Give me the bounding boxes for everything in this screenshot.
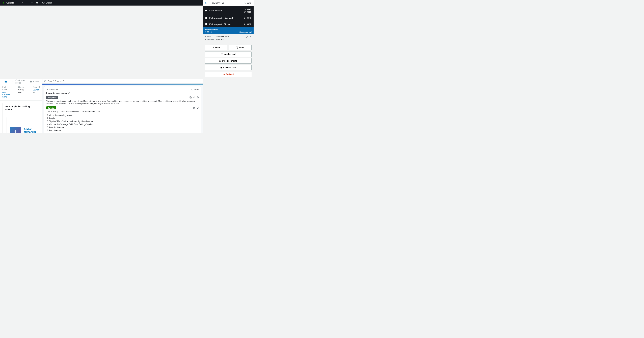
svg-point-17 (221, 55, 221, 55)
step: Log in (49, 117, 199, 120)
tab-label: Cases (33, 80, 40, 83)
card-title: Add an authorized user (24, 128, 39, 133)
full-name-label: Full name (2, 86, 10, 91)
plus-icon (10, 127, 21, 133)
quick-label: Quick connects (222, 60, 237, 62)
q-solution-intro: This is how you can Lock and Unlock a cu… (46, 110, 199, 113)
pause-icon (244, 23, 246, 25)
numpad-button[interactable]: Number pad (204, 52, 252, 57)
svg-rect-22 (33, 92, 34, 93)
create-task-button[interactable]: Create a task (204, 65, 252, 70)
svg-rect-7 (245, 24, 245, 25)
connected-status: Connected call (239, 31, 252, 33)
case-id-link[interactable]: 1234567 (33, 89, 40, 91)
contact-item[interactable]: Follow up with Nikki Wolf 06:43 (202, 15, 254, 21)
clock-icon (191, 89, 193, 91)
task-label: Create a task (224, 67, 236, 69)
case-id-label: Case ID (33, 86, 41, 88)
response-badge: Response (46, 96, 58, 99)
full-name-link[interactable]: Ana Carolina Silva (2, 91, 10, 98)
briefcase-icon (220, 67, 222, 69)
globe-icon (42, 2, 44, 4)
tab-cases[interactable]: Cases (27, 79, 42, 84)
thumbs-up-icon[interactable] (196, 107, 199, 109)
pause-icon (212, 47, 214, 49)
copy-icon[interactable] (190, 96, 192, 99)
svg-point-13 (222, 53, 222, 54)
svg-point-12 (222, 53, 222, 54)
thumbs-down-icon[interactable] (193, 96, 195, 99)
queue-label: Queue (18, 86, 24, 88)
suggestion-card[interactable]: Add an authorized user (6, 117, 42, 133)
why-calling-heading: Ana might be calling about... (2, 103, 40, 113)
contact-item[interactable]: Sofía Martínez 06:43 02:10 (202, 6, 254, 15)
clock-icon (244, 9, 246, 10)
thumbs-up-icon[interactable] (196, 96, 199, 99)
svg-rect-29 (190, 97, 192, 98)
status-label: Available (6, 2, 14, 4)
clock-icon (204, 31, 206, 33)
mute-button[interactable]: Mute (229, 45, 252, 50)
hold-label: Hold (215, 46, 220, 49)
svg-point-26 (44, 80, 46, 82)
tab-customer-profile[interactable]: Customer profile (10, 79, 27, 84)
connected-timer: 00:10 (207, 31, 212, 33)
connected-call-bar: +19155550199 00:10 Connected call (202, 27, 254, 34)
language-label: English (46, 2, 52, 4)
contact-item[interactable]: +19145550199 00:10 (202, 0, 254, 6)
plus-icon[interactable]: ＋ (31, 1, 33, 5)
briefcase-icon (30, 80, 32, 83)
hold-button[interactable]: Hold (204, 45, 228, 50)
thumbs-down-icon[interactable] (193, 107, 195, 109)
search-icon (44, 80, 46, 82)
voice-id-value: Authenticated (216, 36, 228, 38)
svg-point-11 (221, 53, 221, 54)
user-icon (46, 89, 48, 91)
end-call-button[interactable]: End call (204, 72, 252, 77)
svg-point-20 (220, 61, 220, 61)
task-icon (205, 17, 208, 19)
svg-point-18 (222, 55, 222, 55)
amazon-q-search-input[interactable] (48, 80, 198, 82)
contact-label: Follow up with Richard (209, 23, 231, 26)
fraud-value: Low risk (216, 39, 224, 41)
quick-connects-button[interactable]: Quick connects (204, 58, 252, 64)
svg-point-16 (222, 54, 222, 54)
user-icon (12, 80, 14, 83)
contact-item[interactable]: Follow up with Richard 08:12 (202, 21, 254, 27)
status-dot-icon (3, 2, 4, 4)
svg-point-15 (222, 54, 222, 54)
tab-label: Customer profile (16, 79, 25, 84)
step: Look for the card (49, 126, 199, 129)
clock-icon (244, 11, 246, 13)
svg-point-21 (12, 81, 14, 82)
svg-point-27 (47, 89, 48, 90)
language-selector[interactable]: English (42, 2, 52, 4)
solution-badge: Solution (46, 106, 56, 109)
grid-icon (221, 53, 223, 55)
step: Tap the "Menu" tab in the lower right ha… (49, 120, 199, 123)
svg-rect-9 (213, 47, 213, 48)
agent-status-dropdown[interactable]: Available ▾ (2, 2, 24, 4)
chevron-up-icon[interactable]: ⌃ (199, 80, 201, 82)
gear-icon[interactable] (36, 2, 38, 4)
timer: 06:43 (246, 17, 251, 19)
chat-icon (205, 10, 208, 12)
contact-label: Follow up with Nikki Wolf (209, 17, 234, 19)
refresh-icon[interactable] (246, 36, 248, 38)
pause-icon (244, 17, 246, 19)
svg-point-14 (221, 54, 221, 54)
tab-home[interactable] (2, 79, 10, 84)
task-icon (205, 23, 208, 25)
hangup-icon (222, 73, 225, 76)
fraud-label: Fraud Risk: (204, 39, 216, 41)
svg-rect-5 (245, 18, 245, 19)
copy-icon[interactable] (33, 91, 41, 93)
voice-id-label: Voice ID: (204, 36, 216, 38)
timer: 02:10 (246, 11, 251, 13)
numpad-label: Number pad (224, 53, 236, 55)
home-icon (4, 80, 7, 83)
more-icon[interactable]: ⋯ (250, 36, 252, 38)
q-time: 01:02 (194, 89, 199, 91)
contact-label: +19145550199 (209, 2, 224, 5)
